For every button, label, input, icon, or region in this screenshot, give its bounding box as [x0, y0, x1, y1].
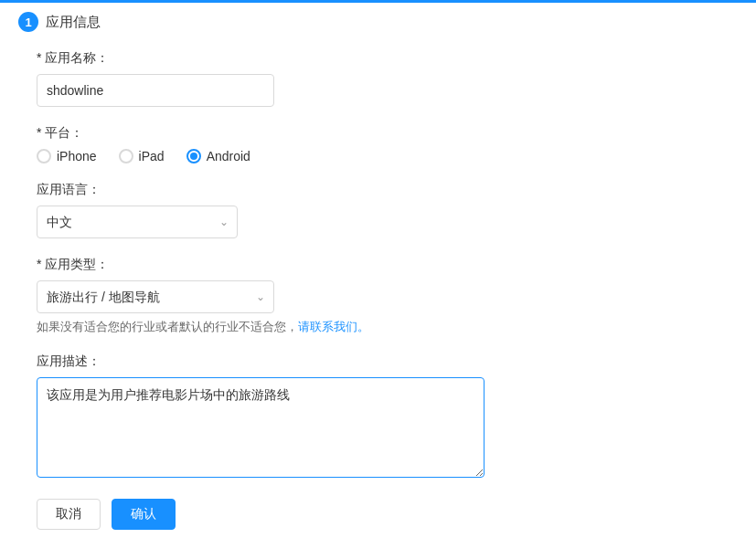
- app-type-group: * 应用类型： 旅游出行 / 地图导航 游戏 工具 社交 购物 ⌄ 如果没有适合…: [37, 257, 719, 335]
- app-name-input[interactable]: [37, 74, 274, 107]
- app-name-group: * 应用名称：: [37, 50, 719, 107]
- radio-android-label: Android: [207, 149, 250, 164]
- radio-iphone-input[interactable]: [37, 149, 51, 164]
- radio-iphone-label: iPhone: [57, 149, 97, 164]
- language-label: 应用语言：: [37, 182, 719, 198]
- radio-iphone[interactable]: iPhone: [37, 149, 97, 164]
- page-container: 1 应用信息 * 应用名称： * 平台： iPhone iPad: [0, 0, 756, 538]
- platform-group: * 平台： iPhone iPad Android: [37, 125, 719, 164]
- radio-ipad-input[interactable]: [119, 149, 133, 164]
- step-circle: 1: [18, 12, 38, 32]
- radio-ipad[interactable]: iPad: [119, 149, 165, 164]
- app-type-label: * 应用类型：: [37, 257, 719, 273]
- language-select-wrapper: 中文 English ⌄: [37, 206, 238, 238]
- description-group: 应用描述： 该应用是为用户推荐电影片场中的旅游路线: [37, 353, 719, 480]
- section-header: 1 应用信息: [0, 0, 756, 41]
- radio-ipad-label: iPad: [139, 149, 165, 164]
- platform-radio-group: iPhone iPad Android: [37, 149, 719, 164]
- contact-link[interactable]: 请联系我们。: [298, 320, 369, 333]
- radio-android-input[interactable]: [186, 149, 201, 164]
- app-type-select-wrapper: 旅游出行 / 地图导航 游戏 工具 社交 购物 ⌄: [37, 280, 274, 313]
- form-body: * 应用名称： * 平台： iPhone iPad Android: [0, 41, 756, 538]
- confirm-button[interactable]: 确认: [112, 499, 176, 530]
- description-textarea[interactable]: 该应用是为用户推荐电影片场中的旅游路线: [37, 377, 484, 478]
- language-group: 应用语言： 中文 English ⌄: [37, 182, 719, 238]
- description-label: 应用描述：: [37, 353, 719, 370]
- section-title: 应用信息: [46, 14, 101, 31]
- app-name-label: * 应用名称：: [37, 50, 719, 67]
- platform-label: * 平台：: [37, 125, 719, 142]
- form-buttons: 取消 确认: [37, 499, 719, 530]
- hint-text: 如果没有适合您的行业或者默认的行业不适合您，请联系我们。: [37, 319, 719, 335]
- radio-android[interactable]: Android: [186, 149, 250, 164]
- language-select[interactable]: 中文 English: [37, 206, 238, 238]
- cancel-button[interactable]: 取消: [37, 499, 101, 530]
- app-type-select[interactable]: 旅游出行 / 地图导航 游戏 工具 社交 购物: [37, 280, 274, 313]
